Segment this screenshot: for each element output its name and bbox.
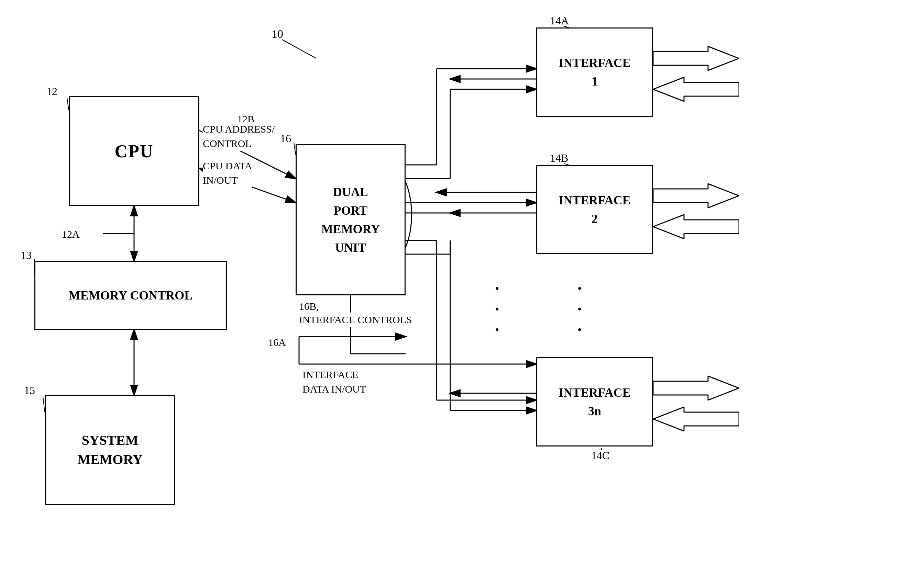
svg-marker-44: [653, 46, 739, 70]
svg-marker-45: [653, 77, 739, 101]
svg-marker-48: [653, 376, 739, 400]
interface-data-label: INTERFACEDATA IN/OUT: [302, 368, 366, 396]
ref-16a: 16A: [268, 337, 286, 348]
ref-10: 10: [272, 27, 283, 41]
dots-middle: ···: [495, 278, 499, 340]
interface2-return-arrow: [653, 213, 739, 241]
interface3n-arrow: [653, 374, 739, 402]
ref-14c: 14C: [591, 449, 610, 462]
svg-line-4: [282, 40, 316, 59]
interface3n-box: INTERFACE 3n: [536, 357, 653, 447]
ref-12a: 12A: [62, 228, 80, 240]
interface2-box: INTERFACE 2: [536, 165, 653, 254]
svg-marker-47: [653, 215, 739, 239]
ref-16b: 16B,: [299, 301, 319, 312]
svg-marker-46: [653, 184, 739, 208]
interface1-box: INTERFACE 1: [536, 27, 653, 117]
interface3n-return-arrow: [653, 405, 739, 433]
cpu-address-label: CPU ADDRESS/CONTROL: [203, 122, 275, 151]
dual-port-box: DUAL PORT MEMORY UNIT: [295, 144, 406, 295]
interface1-return-arrow: [653, 76, 739, 103]
cpu-data-label: CPU DATAIN/OUT: [203, 158, 252, 187]
interface-controls-label: INTERFACE CONTROLS: [299, 312, 412, 327]
cpu-box: CPU: [69, 96, 199, 206]
interface2-arrow: [653, 182, 739, 209]
ref-14b: 14B: [550, 152, 568, 165]
svg-marker-49: [653, 407, 739, 431]
system-memory-box: SYSTEM MEMORY: [45, 395, 175, 505]
ref-15: 15: [24, 384, 35, 397]
dots-right: ···: [578, 278, 582, 340]
ref-14a: 14A: [550, 14, 569, 27]
ref-12: 12: [46, 85, 57, 98]
memory-control-box: MEMORY CONTROL: [34, 261, 227, 330]
diagram: CPU MEMORY CONTROL SYSTEM MEMORY DUAL PO…: [0, 0, 905, 588]
interface1-arrow: [653, 44, 739, 72]
ref-16: 16: [280, 132, 291, 145]
ref-13: 13: [21, 249, 32, 262]
